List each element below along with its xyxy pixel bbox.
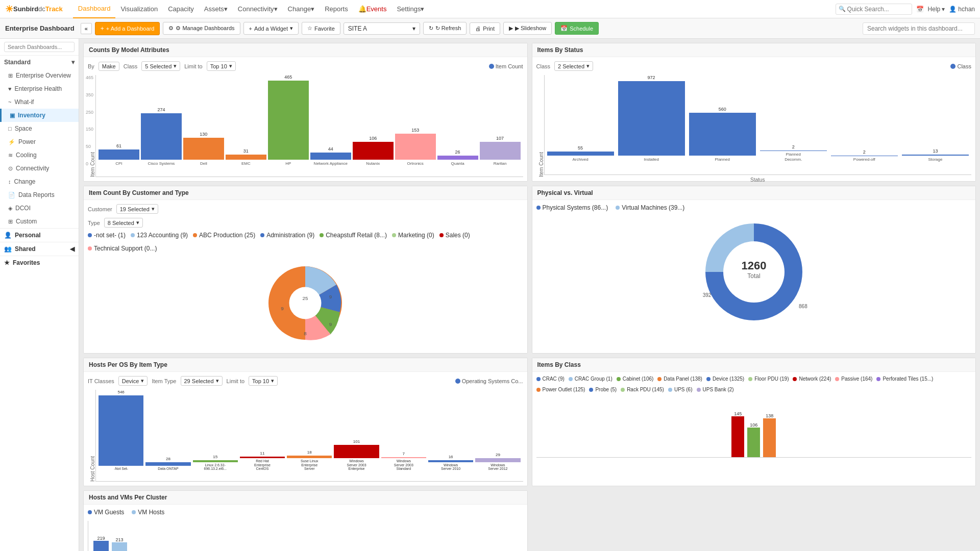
class-crac: CRAC (9) (536, 376, 565, 382)
class-select[interactable]: 5 Selected ▾ (141, 61, 180, 71)
app-logo: ☀ Sunbird dc Track (5, 4, 63, 15)
bar-group-NetworkAppliance: 44 Network Appliance (310, 75, 351, 166)
legend-marketing: Marketing (0) (392, 232, 434, 239)
nav-capacity[interactable]: Capacity (163, 0, 199, 18)
marketing-dot (392, 233, 396, 237)
status-bar-group-Installed: 972 Installed (618, 75, 685, 162)
hosts-vms-header: Hosts and VMs Per Cluster (84, 491, 527, 505)
widget-item-count-customer: Item Count By Customer and Type Customer… (83, 186, 528, 354)
status-bar-group-Planned Decomm.: 2 Planned Decomm. (760, 75, 827, 162)
print-button[interactable]: 🖨 Print (470, 22, 500, 35)
sidebar-item-data-reports[interactable]: 📄 Data Reports (0, 188, 79, 202)
site-selector[interactable]: SITE A ▾ (344, 22, 420, 35)
sidebar-item-enterprise-health[interactable]: ♥ Enterprise Health (0, 82, 79, 95)
physical-legend: Physical Systems (86...) (536, 204, 608, 211)
counts-y-axis-label: Item Count (88, 75, 95, 177)
nav-change[interactable]: Change ▾ (283, 0, 320, 18)
bar-group-Quanta: 26 Quanta (437, 75, 478, 166)
favorite-button[interactable]: ☆ Favorite (302, 22, 340, 35)
nav-dashboard[interactable]: Dashboard (73, 0, 116, 18)
search-icon: 🔍 (839, 6, 846, 12)
bar-group-EMC: 31 EMC (226, 75, 266, 166)
donut-chart-wrapper: 1260 Total 392 868 (698, 216, 810, 330)
abc-dot (193, 233, 197, 237)
donut-chart-container: 1260 Total 392 868 (536, 216, 972, 329)
sidebar-search-area (0, 39, 79, 56)
class-bar-106: 106 (747, 422, 760, 457)
sidebar-item-cooling[interactable]: ≋ Cooling (0, 148, 79, 162)
nav-events[interactable]: 🔔 Events (353, 0, 392, 18)
type-select[interactable]: 8 Selected ▾ (104, 218, 143, 228)
vm-guests-legend: VM Guests (88, 509, 124, 516)
sidebar-item-connectivity[interactable]: ⊙ Connectivity (0, 162, 79, 175)
class-bar-145: 145 (731, 411, 744, 457)
nav-connectivity[interactable]: Connectivity ▾ (233, 0, 283, 18)
customer-controls: Customer 19 Selected ▾ (88, 204, 523, 214)
item-type-select[interactable]: 29 Selected ▾ (181, 376, 223, 386)
manage-dashboards-button[interactable]: ⚙ ⚙ Manage Dashboards (163, 22, 240, 35)
cheapstuff-dot (320, 233, 324, 237)
personal-section-header[interactable]: 👤 Personal (0, 228, 79, 242)
add-dashboard-button[interactable]: + + Add a Dashboard (95, 22, 160, 35)
change-icon: ↕ (8, 179, 11, 185)
items-class-bars-preview: 145 106 138 (536, 396, 972, 458)
standard-section-header[interactable]: Standard ▾ (0, 56, 79, 69)
counts-by-model-controls: By Make Class 5 Selected ▾ Limit to Top … (88, 61, 523, 71)
nav-settings[interactable]: Settings ▾ (391, 0, 429, 18)
sidebar-item-enterprise-overview[interactable]: ⊞ Enterprise Overview (0, 69, 79, 82)
dashboard-title: Enterprise Dashboard (5, 24, 75, 32)
custom-icon: ⊞ (8, 218, 13, 225)
widget-search-input[interactable] (863, 22, 975, 35)
hosts-limit-select[interactable]: Top 10 ▾ (249, 376, 278, 386)
hosts-bar-group: 15 Linux 2.6.32-696.13.2.el6... (193, 390, 238, 471)
svg-text:8: 8 (304, 331, 307, 336)
hosts-vms-legend: VM Guests VM Hosts (88, 509, 523, 517)
limit-select[interactable]: Top 10 ▾ (207, 61, 236, 71)
dashboard-grid: Counts By Model Attributes By Make Class… (83, 43, 976, 551)
hosts-per-os-controls: IT Classes Device ▾ Item Type 29 Selecte… (88, 376, 523, 386)
customer-select[interactable]: 19 Selected ▾ (116, 204, 158, 214)
sidebar-item-space[interactable]: □ Space (0, 122, 79, 135)
user-menu[interactable]: 👤 hchan (949, 6, 975, 13)
cooling-icon: ≋ (8, 152, 13, 159)
sidebar-search-input[interactable] (4, 42, 75, 52)
sidebar-collapse-button[interactable]: « (81, 23, 92, 34)
make-select[interactable]: Make (99, 62, 119, 71)
hosts-bar-group: 11 Red Hat Enterprise CentOS (240, 390, 285, 471)
sidebar-item-inventory[interactable]: ▣ Inventory (0, 109, 79, 122)
slideshow-button[interactable]: ▶ ▶ Slideshow (503, 22, 552, 35)
nav-visualization[interactable]: Visualization (115, 0, 163, 18)
refresh-button[interactable]: ↻ ↻ Refresh (423, 22, 467, 35)
physical-count-label: 868 (799, 304, 807, 309)
quick-search-input[interactable] (836, 4, 912, 15)
sidebar-item-dcoi[interactable]: ◈ DCOI (0, 202, 79, 215)
hosts-bar-group: 16 Windows Server 2010 (428, 390, 473, 471)
user-icon: 👤 (949, 6, 957, 13)
favorites-section-header[interactable]: ★ Favorites (0, 256, 79, 269)
calendar-button[interactable]: 📅 (916, 6, 924, 13)
shared-caret-icon: ◀ (70, 245, 75, 253)
nav-assets[interactable]: Assets ▾ (199, 0, 233, 18)
schedule-button[interactable]: 📅 Schedule (555, 22, 599, 35)
it-classes-select[interactable]: Device ▾ (118, 376, 148, 386)
sidebar-item-change[interactable]: ↕ Change (0, 175, 79, 188)
hosts-bars-inner: 546 -Not Set- 28 Data ONTAP 15 Linux 2.6… (99, 390, 521, 471)
hosts-per-os-body: IT Classes Device ▾ Item Type 29 Selecte… (84, 372, 527, 486)
shared-section-header[interactable]: 👥 Shared ◀ (0, 242, 79, 256)
sidebar-item-what-if[interactable]: ~ What-if (0, 95, 79, 109)
widget-physical-virtual: Physical vs. Virtual Physical Systems (8… (532, 186, 976, 354)
add-widget-button[interactable]: + Add a Widget ▾ (243, 22, 299, 35)
sidebar-item-power[interactable]: ⚡ Power (0, 135, 79, 148)
favorites-icon: ★ (4, 259, 10, 266)
svg-point-7 (723, 241, 785, 303)
status-class-select[interactable]: 2 Selected ▾ (554, 61, 593, 71)
items-class-legend: CRAC (9) CRAC Group (1) Cabinet (106) Da… (536, 376, 972, 393)
class-select-caret: ▾ (174, 63, 177, 69)
legend-administration: Administration (9) (260, 232, 314, 239)
limit-label: Limit to (184, 63, 202, 69)
vm-hosts-dot (132, 510, 136, 514)
hosts-y-label: Host Count (88, 390, 95, 482)
help-button[interactable]: Help ▾ (928, 6, 945, 13)
sidebar-item-custom[interactable]: ⊞ Custom (0, 215, 79, 228)
nav-reports[interactable]: Reports (320, 0, 353, 18)
